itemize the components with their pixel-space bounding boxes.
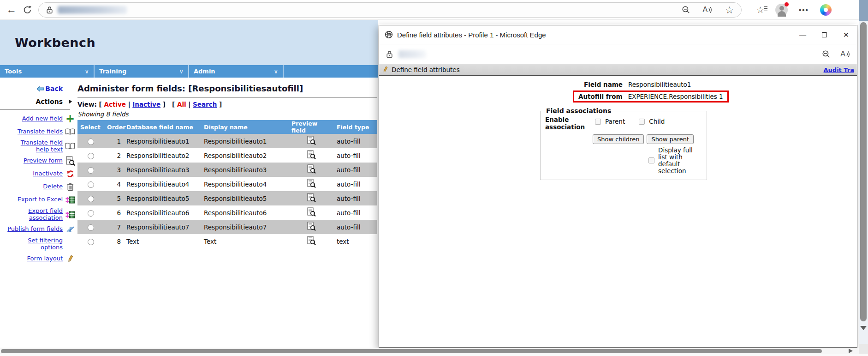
preview-field-icon[interactable] (289, 205, 334, 220)
title-divider (77, 97, 377, 98)
translate-fields-link[interactable]: Translate fields (18, 128, 63, 135)
add-new-field-link[interactable]: Add new field (22, 115, 63, 122)
vertical-scrollbar-thumb[interactable] (860, 22, 867, 321)
table-row: 5 Responsibilitieauto5 Responsibilitieau… (77, 191, 377, 205)
preview-field-icon[interactable] (289, 191, 334, 205)
pencil-icon[interactable] (63, 255, 77, 263)
redacted-url (398, 50, 426, 58)
define-field-attributes-window: Define field attributes - Profile 1 - Mi… (379, 25, 857, 348)
maximize-button[interactable] (814, 25, 835, 44)
zoom-out-icon[interactable] (682, 6, 690, 14)
sidebar-divider (0, 109, 70, 110)
horizontal-scrollbar (0, 348, 859, 354)
collections-icon[interactable]: ☆ (756, 5, 764, 15)
showing-count: Showing 8 fields (77, 110, 378, 118)
copilot-icon[interactable] (820, 4, 832, 16)
more-menu-icon[interactable]: ••• (799, 6, 809, 14)
inactivate-recycle-icon[interactable] (63, 169, 77, 178)
favorites-star-icon[interactable]: ☆ (725, 5, 734, 15)
view-active[interactable]: Active (104, 101, 126, 108)
popup-titlebar[interactable]: Define field attributes - Profile 1 - Mi… (379, 25, 857, 44)
vertical-scrollbar-top (859, 0, 868, 21)
delete-link[interactable]: Delete (43, 183, 63, 190)
autofill-from-label: Autofill from (578, 93, 623, 100)
preview-form-icon[interactable] (63, 156, 77, 166)
profile-avatar[interactable] (775, 4, 788, 16)
preview-field-icon[interactable] (289, 234, 334, 248)
select-radio[interactable] (88, 167, 94, 174)
table-row: 3 Responsibilitieauto3 Responsibilitieau… (77, 163, 377, 177)
horizontal-scrollbar-thumb[interactable] (1, 349, 822, 353)
select-radio[interactable] (88, 224, 94, 231)
preview-form-link[interactable]: Preview form (24, 157, 63, 164)
view-all[interactable]: All (177, 101, 186, 108)
nav-filler (284, 65, 378, 78)
book-icon[interactable] (63, 143, 77, 150)
read-aloud-icon[interactable]: A (840, 50, 850, 58)
popup-page-header: Define field attributes Audit Tra (379, 64, 857, 76)
form-layout-link[interactable]: Form layout (27, 255, 63, 262)
chevron-down-icon: ∨ (179, 68, 184, 75)
view-inactive-link[interactable]: Inactive (132, 101, 161, 108)
select-radio[interactable] (88, 210, 94, 217)
nav-tools[interactable]: Tools ∨ (0, 65, 95, 78)
popup-address-bar[interactable]: A (379, 44, 857, 64)
trash-icon[interactable] (63, 182, 77, 191)
display-full-list-checkbox[interactable] (648, 157, 654, 163)
preview-field-icon[interactable] (289, 148, 334, 163)
back-icon[interactable]: ← (6, 5, 17, 15)
actions-menu[interactable]: Actions (36, 98, 63, 105)
audit-trail-link[interactable]: Audit Tra (824, 66, 854, 73)
publish-arrows-icon[interactable] (63, 226, 77, 233)
plus-icon[interactable]: + (63, 115, 77, 123)
inactivate-link[interactable]: Inactivate (33, 170, 63, 177)
view-search-link[interactable]: Search (193, 101, 217, 108)
translate-field-help-text-link[interactable]: Translate field help text (8, 139, 63, 153)
nav-admin[interactable]: Admin ∨ (189, 65, 284, 78)
scroll-right-arrow-icon[interactable] (849, 349, 853, 353)
publish-form-fields-link[interactable]: Publish form fields (7, 226, 63, 233)
show-children-button[interactable]: Show children (593, 134, 644, 144)
preview-field-icon[interactable] (289, 177, 334, 191)
book-icon[interactable] (63, 128, 77, 135)
autofill-from-value: EXPERIENCE.Responsibilities 1 (628, 93, 723, 100)
globe-icon (385, 30, 393, 39)
zoom-out-icon[interactable] (822, 50, 830, 58)
vertical-scrollbar (859, 0, 868, 354)
preview-field-icon[interactable] (289, 134, 334, 148)
select-radio[interactable] (88, 181, 94, 188)
address-bar[interactable]: A ☆ (38, 2, 742, 18)
set-filtering-options-link[interactable]: Set filtering options (21, 237, 63, 251)
refresh-icon[interactable] (23, 6, 32, 14)
excel-export-icon[interactable] (63, 196, 77, 204)
field-associations-group: Field associations Enable association Pa… (540, 107, 707, 180)
minimize-button[interactable]: — (792, 25, 814, 44)
nav-training[interactable]: Training ∨ (95, 65, 189, 78)
page-title: Administer form fields: [Responsibilitie… (77, 84, 378, 93)
fields-table: Select Order Database field name Display… (77, 120, 377, 248)
read-aloud-icon[interactable]: A (703, 6, 713, 14)
app-title: Workbench (15, 36, 95, 50)
preview-field-icon[interactable] (289, 220, 334, 234)
table-row: 4 Responsibilitieauto4 Responsibilitieau… (77, 177, 377, 191)
autofill-highlight-box: Autofill from EXPERIENCE.Responsibilitie… (573, 91, 729, 103)
export-field-association-link[interactable]: Export field association (12, 208, 63, 222)
excel-export-icon[interactable] (63, 211, 77, 219)
select-radio[interactable] (88, 196, 94, 202)
export-to-excel-link[interactable]: Export to Excel (18, 196, 63, 203)
back-link[interactable]: Back (36, 85, 63, 92)
display-full-list-label: Display full list with default selection (658, 147, 702, 174)
child-checkbox[interactable] (639, 119, 645, 125)
preview-field-icon[interactable] (289, 163, 334, 177)
table-row: 7 Responsibilitieauto7 Responsibilitieau… (77, 220, 377, 234)
field-name-value: Responsibilitieauto1 (628, 81, 691, 88)
chevron-down-icon: ∨ (84, 68, 89, 75)
scroll-down-arrow-icon[interactable] (860, 326, 867, 330)
select-radio[interactable] (88, 153, 94, 159)
parent-checkbox[interactable] (595, 119, 601, 125)
select-radio[interactable] (88, 239, 94, 245)
show-parent-button[interactable]: Show parent (647, 134, 694, 144)
browser-toolbar: ← A ☆ ☆ ••• (0, 0, 859, 20)
select-radio[interactable] (88, 139, 94, 145)
close-button[interactable]: × (835, 25, 857, 44)
